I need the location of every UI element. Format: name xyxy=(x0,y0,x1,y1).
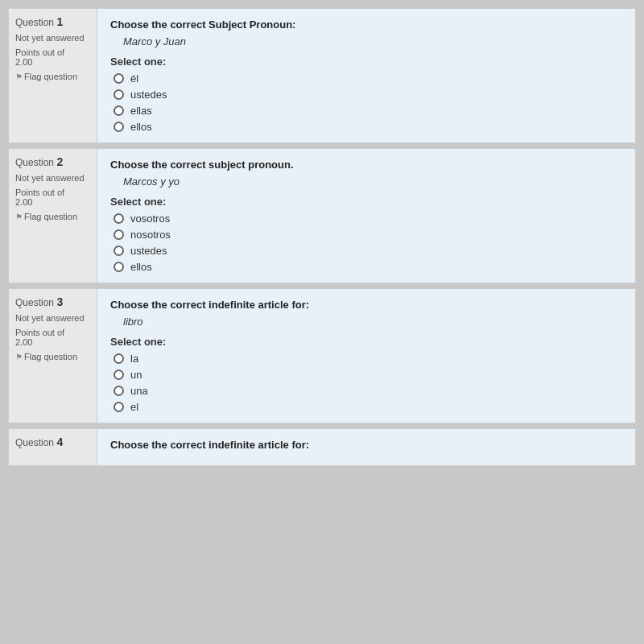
flag-question-1[interactable]: ⚑ Flag question xyxy=(15,72,90,81)
flag-icon-3: ⚑ xyxy=(15,353,23,361)
radio-2-2[interactable] xyxy=(114,229,124,240)
radio-3-1[interactable] xyxy=(114,353,124,364)
option-label-2-1: vosotros xyxy=(130,213,170,225)
question-prefix-2: Question xyxy=(15,157,54,168)
question-sidebar-4: Question 4 xyxy=(9,429,97,465)
question-number-3: Question 3 xyxy=(15,295,90,308)
option-3-1[interactable]: la xyxy=(114,353,622,365)
question-sidebar-3: Question 3 Not yet answered Points out o… xyxy=(9,289,97,423)
points-label-2: Points out of 2.00 xyxy=(15,188,90,207)
status-not-answered-2: Not yet answered xyxy=(15,173,90,183)
question-sidebar-2: Question 2 Not yet answered Points out o… xyxy=(9,149,97,283)
question-title-1: Choose the correct Subject Pronoun: xyxy=(110,19,622,31)
option-1-3[interactable]: ellas xyxy=(114,105,622,117)
option-label-3-4: el xyxy=(130,401,138,413)
flag-icon-2: ⚑ xyxy=(15,213,23,221)
question-prefix: Question xyxy=(15,17,54,28)
option-1-4[interactable]: ellos xyxy=(114,121,622,133)
flag-question-3[interactable]: ⚑ Flag question xyxy=(15,352,90,361)
radio-3-3[interactable] xyxy=(114,386,124,396)
option-label-2-4: ellos xyxy=(130,261,152,273)
option-1-1[interactable]: él xyxy=(114,72,622,85)
question-num-4: 4 xyxy=(56,436,63,448)
option-label-3-3: una xyxy=(130,385,148,397)
option-label-3-2: un xyxy=(130,369,142,381)
question-number-4: Question 4 xyxy=(15,436,90,448)
question-block-1: Question 1 Not yet answered Points out o… xyxy=(8,8,636,143)
options-list-2: vosotros nosotros ustedes ellos xyxy=(114,213,622,273)
status-not-answered-1: Not yet answered xyxy=(15,33,90,43)
radio-3-2[interactable] xyxy=(114,369,124,380)
flag-label-3: Flag question xyxy=(24,352,77,361)
option-2-3[interactable]: ustedes xyxy=(114,245,622,257)
select-one-label-1: Select one: xyxy=(110,56,622,68)
question-content-1: Choose the correct Subject Pronoun: Marc… xyxy=(97,9,635,142)
option-3-3[interactable]: una xyxy=(114,385,622,397)
radio-1-4[interactable] xyxy=(114,122,124,132)
radio-2-1[interactable] xyxy=(114,213,124,224)
flag-label-2: Flag question xyxy=(24,212,77,221)
option-label-3-1: la xyxy=(130,353,138,365)
points-label-1: Points out of 2.00 xyxy=(15,47,90,67)
question-block-4: Question 4 Choose the correct indefinite… xyxy=(8,428,636,466)
question-num-1: 1 xyxy=(56,15,63,28)
radio-1-2[interactable] xyxy=(114,89,124,100)
question-subject-2: Marcos y yo xyxy=(123,175,622,188)
option-1-2[interactable]: ustedes xyxy=(114,89,622,101)
question-content-4: Choose the correct indefinite article fo… xyxy=(97,429,635,465)
question-subject-3: libro xyxy=(123,316,622,328)
radio-1-1[interactable] xyxy=(114,73,124,84)
question-block-2: Question 2 Not yet answered Points out o… xyxy=(8,148,636,283)
option-3-4[interactable]: el xyxy=(114,401,622,413)
question-content-3: Choose the correct indefinite article fo… xyxy=(97,289,635,423)
question-content-2: Choose the correct subject pronoun. Marc… xyxy=(97,149,635,283)
question-prefix-4: Question xyxy=(15,437,54,448)
option-2-1[interactable]: vosotros xyxy=(114,213,622,225)
option-2-4[interactable]: ellos xyxy=(114,261,622,273)
question-num-2: 2 xyxy=(56,155,63,168)
flag-question-2[interactable]: ⚑ Flag question xyxy=(15,212,90,221)
select-one-label-2: Select one: xyxy=(110,196,622,208)
question-title-2: Choose the correct subject pronoun. xyxy=(110,159,622,171)
radio-3-4[interactable] xyxy=(114,402,124,412)
page-wrapper: Question 1 Not yet answered Points out o… xyxy=(0,0,644,644)
radio-2-4[interactable] xyxy=(114,262,124,272)
option-label-1-1: él xyxy=(130,72,138,85)
question-title-4: Choose the correct indefinite article fo… xyxy=(110,439,622,451)
radio-1-3[interactable] xyxy=(114,105,124,116)
option-label-1-4: ellos xyxy=(130,121,152,133)
points-label-3: Points out of 2.00 xyxy=(15,328,90,347)
question-number-1: Question 1 xyxy=(15,15,90,28)
option-label-2-2: nosotros xyxy=(130,229,171,241)
question-prefix-3: Question xyxy=(15,297,54,308)
flag-label-1: Flag question xyxy=(24,72,77,81)
option-3-2[interactable]: un xyxy=(114,369,622,381)
radio-2-3[interactable] xyxy=(114,246,124,256)
question-subject-1: Marco y Juan xyxy=(123,35,622,47)
options-list-1: él ustedes ellas ellos xyxy=(114,72,622,133)
flag-icon-1: ⚑ xyxy=(15,72,23,81)
option-label-1-3: ellas xyxy=(130,105,152,117)
select-one-label-3: Select one: xyxy=(110,336,622,348)
question-sidebar-1: Question 1 Not yet answered Points out o… xyxy=(9,9,97,142)
option-label-1-2: ustedes xyxy=(130,89,167,101)
options-list-3: la un una el xyxy=(114,353,622,413)
question-num-3: 3 xyxy=(56,295,63,308)
option-2-2[interactable]: nosotros xyxy=(114,229,622,241)
status-not-answered-3: Not yet answered xyxy=(15,313,90,323)
question-title-3: Choose the correct indefinite article fo… xyxy=(110,299,622,311)
question-number-2: Question 2 xyxy=(15,155,90,168)
option-label-2-3: ustedes xyxy=(130,245,167,257)
question-block-3: Question 3 Not yet answered Points out o… xyxy=(8,288,636,423)
